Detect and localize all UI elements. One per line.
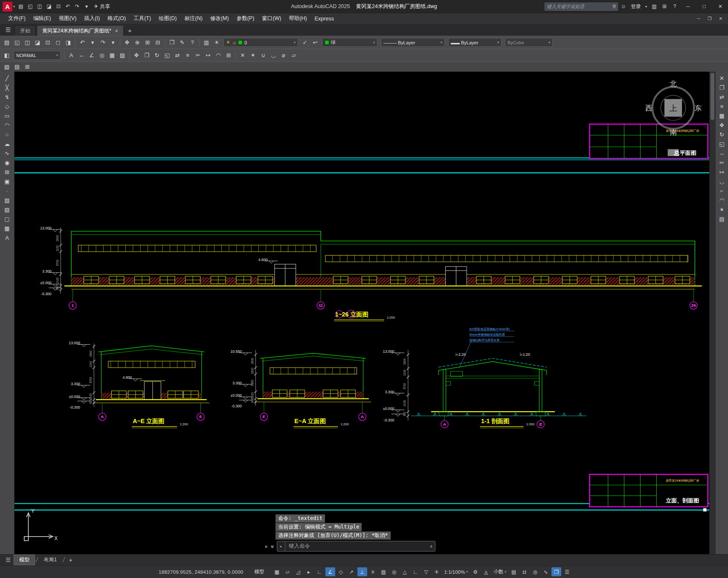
apps-icon[interactable]: ⊞ [660,2,669,11]
menu-item[interactable]: 文件(F) [4,13,29,24]
help-menu-icon[interactable]: ? [670,2,679,11]
ortho-icon[interactable]: ∟ [315,567,325,576]
compass-up[interactable]: 上 [669,104,677,113]
file-tabs-menu-icon[interactable]: ☰ [2,24,15,36]
command-close-icon[interactable]: ✕ [264,543,267,549]
layer-properties-icon[interactable]: ▥ [201,38,212,47]
line-icon[interactable]: ╱ [2,73,12,83]
spline-icon[interactable]: ∿ [2,148,12,158]
erase-icon[interactable]: ✕ [238,51,248,60]
stretch-icon[interactable]: ↔ [717,148,727,158]
workspace-icon[interactable]: ⚙ [470,567,480,576]
create-block-icon[interactable]: ▣ [2,177,12,186]
region-icon[interactable]: ▢ [2,214,12,224]
object-snap-tracking-icon[interactable]: ↗ [347,567,357,576]
save-as-icon[interactable]: ◪ [44,2,54,11]
hatch-icon[interactable]: ▨ [2,195,12,205]
move-icon[interactable]: ✥ [131,51,142,60]
lock-ui-icon[interactable]: ◘ [519,567,529,576]
gradient-icon[interactable]: ▧ [2,205,12,214]
mtext-icon[interactable]: A [2,233,12,242]
table-icon[interactable]: ▦ [107,51,117,60]
text-style-dropdown[interactable]: NORMAL ▾ [14,51,61,60]
scrollbar-thumb[interactable] [711,73,714,120]
new-file-icon[interactable]: ▤ [16,2,26,11]
compass-south[interactable]: 南 [670,128,677,136]
match-properties-icon[interactable]: ✎ [177,38,187,47]
text-style-caret-icon[interactable]: ▾ [56,53,58,57]
copy-icon[interactable]: ❐ [717,83,727,92]
plot-icon[interactable]: ⊡ [54,2,63,11]
annotation-monitor-icon[interactable]: ◬ [481,567,491,576]
circle-icon[interactable]: ○ [2,130,12,139]
menu-item[interactable]: 帮助(H) [285,13,310,24]
polygon-icon[interactable]: ◇ [2,102,12,111]
break-icon[interactable]: ◡ [268,51,278,60]
graphics-performance-icon[interactable]: ∿ [541,567,551,576]
maximize-button[interactable]: □ [696,0,712,13]
break-icon[interactable]: ◡ [717,177,727,186]
trim-icon[interactable]: ✂ [717,158,727,167]
menu-item[interactable]: 插入(I) [80,13,104,24]
explode-icon[interactable]: ✶ [717,205,727,214]
lineweight-display-icon[interactable]: ≡ [368,567,378,576]
transparency-icon[interactable]: ▨ [379,567,389,576]
publish-icon[interactable]: ◨ [63,38,73,47]
recent-commands-icon[interactable]: ▸ [280,541,285,551]
command-expand-icon[interactable]: ∧ [430,544,432,549]
plotstyle-dropdown-caret-icon[interactable]: ▾ [548,41,550,44]
titleblock-top-sheet[interactable]: 总平面图 [674,150,696,156]
rotate-icon[interactable]: ↻ [717,130,727,139]
isolate-objects-icon[interactable]: ◎ [530,567,540,576]
scale-icon[interactable]: ◱ [717,139,727,148]
construction-line-icon[interactable]: ╳ [2,83,12,92]
undo-icon[interactable]: ↶ [63,2,73,11]
units-dropdown[interactable]: 小数 ▾ [491,568,509,576]
snap-icon[interactable]: ▱ [283,567,293,576]
command-input[interactable]: ▸ 键入命令 ∧ [277,541,435,552]
extend-icon[interactable]: ↦ [203,51,213,60]
qnew-icon[interactable]: ▤ [2,38,12,47]
ungroup-icon[interactable]: ▤ [12,62,22,72]
share-button[interactable]: ✈ 共享 [94,3,110,10]
selection-cycling-icon[interactable]: ◎ [389,567,399,576]
redo-caret-icon[interactable]: ▾ [108,38,118,47]
polyline-icon[interactable]: ↯ [2,92,12,102]
arc-icon[interactable]: ◠ [2,120,12,130]
dynamic-input-icon[interactable]: ▸ [304,567,314,576]
menu-item[interactable]: 视图(V) [55,13,81,24]
scale-caret-icon[interactable]: ▾ [466,570,468,574]
area-icon[interactable]: ▱ [289,51,299,60]
properties-icon[interactable]: ❐ [167,38,177,47]
menu-item[interactable]: 修改(M) [206,13,233,24]
move-icon[interactable]: ✥ [717,120,727,130]
selection-filter-icon[interactable]: ▽ [421,567,431,576]
redo-icon[interactable]: ↷ [98,38,108,47]
tab-model[interactable]: 模型 [14,555,35,565]
table-icon[interactable]: ▦ [2,224,12,233]
rectangle-icon[interactable]: ▭ [2,111,12,120]
doc-restore-button[interactable]: ❐ [704,14,715,23]
lineweight-dropdown[interactable]: ▬▬ ByLayer ▾ [448,38,502,47]
layer-dropdown[interactable]: ☀ ☼ 0 ▾ [223,38,298,47]
make-layer-current-icon[interactable]: ✓ [300,38,310,47]
model-space[interactable]: 黄冈某24米跨钢结构厂房 总平面图 黄冈某24米跨钢结构厂房 [15,72,709,554]
linetype-dropdown-caret-icon[interactable]: ▾ [441,41,442,44]
menu-item[interactable]: 参数(P) [233,13,258,24]
grid-icon[interactable]: ▦ [272,567,282,576]
extend-icon[interactable]: ↦ [717,167,727,177]
new-tab-button[interactable]: + [125,25,135,36]
tab-drawing[interactable]: 黄冈某24米跨钢结构厂房图纸* ✕ [37,25,124,36]
scale-icon[interactable]: ◱ [162,51,172,60]
open-file-icon[interactable]: ◱ [26,2,35,11]
compass-west[interactable]: 西 [645,104,652,112]
polar-tracking-icon[interactable]: ∠ [325,567,335,576]
dynamic-ucs-icon[interactable]: ∟ [411,567,421,576]
linetype-dropdown[interactable]: ——— ByLayer ▾ [381,38,445,47]
compass-east[interactable]: 东 [695,104,702,112]
close-button[interactable]: ✕ [713,0,728,13]
isometric-icon[interactable]: ◇ [336,567,346,576]
help-icon[interactable]: ? [187,38,197,47]
annotation-scale-dropdown[interactable]: 1:1/100% ▾ [442,569,471,575]
offset-icon[interactable]: ≡ [717,102,727,111]
